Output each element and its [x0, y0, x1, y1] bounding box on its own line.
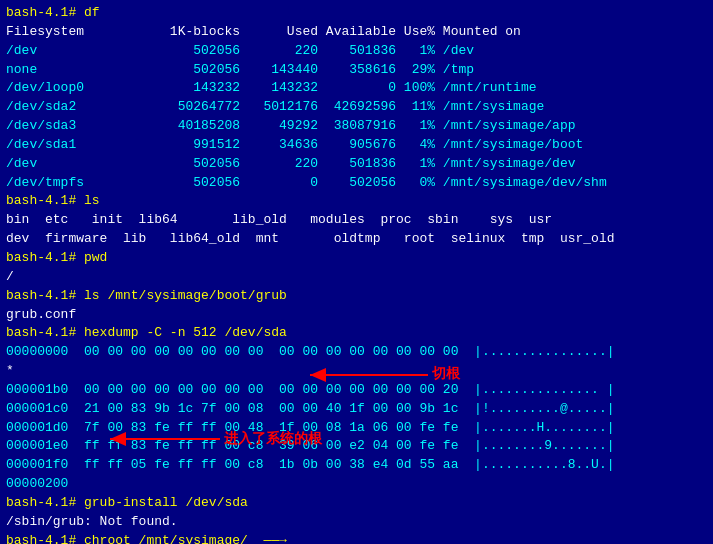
- line-11: bash-4.1# ls: [6, 192, 707, 211]
- line-29-chroot: bash-4.1# chroot /mnt/sysimage/ ——→: [6, 532, 707, 544]
- line-24: 000001e0 ff ff 83 fe ff ff 00 c8 39 06 0…: [6, 437, 707, 456]
- line-14: bash-4.1# pwd: [6, 249, 707, 268]
- line-21: 000001b0 00 00 00 00 00 00 00 00 00 00 0…: [6, 381, 707, 400]
- line-25: 000001f0 ff ff 05 fe ff ff 00 c8 1b 0b 0…: [6, 456, 707, 475]
- line-28: /sbin/grub: Not found.: [6, 513, 707, 532]
- line-2: Filesystem 1K-blocks Used Available Use%…: [6, 23, 707, 42]
- line-19: 00000000 00 00 00 00 00 00 00 00 00 00 0…: [6, 343, 707, 362]
- line-23: 000001d0 7f 00 83 fe ff ff 00 48 1f 00 0…: [6, 419, 707, 438]
- line-1: bash-4.1# df: [6, 4, 707, 23]
- line-3: /dev 502056 220 501836 1% /dev: [6, 42, 707, 61]
- line-13: dev firmware lib lib64_old mnt oldtmp ro…: [6, 230, 707, 249]
- line-22: 000001c0 21 00 83 9b 1c 7f 00 08 00 00 4…: [6, 400, 707, 419]
- line-10: /dev/tmpfs 502056 0 502056 0% /mnt/sysim…: [6, 174, 707, 193]
- line-15: /: [6, 268, 707, 287]
- line-27: bash-4.1# grub-install /dev/sda: [6, 494, 707, 513]
- line-20: *: [6, 362, 707, 381]
- line-7: /dev/sda3 40185208 49292 38087916 1% /mn…: [6, 117, 707, 136]
- line-12: bin etc init lib64 lib_old modules proc …: [6, 211, 707, 230]
- line-4: none 502056 143440 358616 29% /tmp: [6, 61, 707, 80]
- line-17: grub.conf: [6, 306, 707, 325]
- line-8: /dev/sda1 991512 34636 905676 4% /mnt/sy…: [6, 136, 707, 155]
- line-9: /dev 502056 220 501836 1% /mnt/sysimage/…: [6, 155, 707, 174]
- line-5: /dev/loop0 143232 143232 0 100% /mnt/run…: [6, 79, 707, 98]
- line-18: bash-4.1# hexdump -C -n 512 /dev/sda: [6, 324, 707, 343]
- line-16: bash-4.1# ls /mnt/sysimage/boot/grub: [6, 287, 707, 306]
- terminal: bash-4.1# df Filesystem 1K-blocks Used A…: [0, 0, 713, 544]
- line-6: /dev/sda2 50264772 5012176 42692596 11% …: [6, 98, 707, 117]
- line-26: 00000200: [6, 475, 707, 494]
